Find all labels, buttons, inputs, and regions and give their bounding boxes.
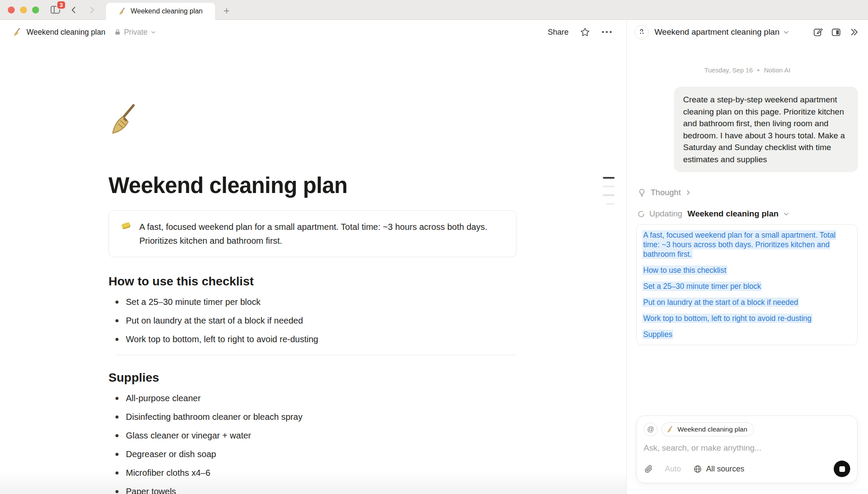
chevron-right-icon (88, 6, 96, 14)
breadcrumb-title: Weekend cleaning plan (26, 28, 105, 37)
lock-icon (114, 29, 121, 36)
all-sources-label: All sources (706, 465, 744, 474)
breadcrumb[interactable]: Weekend cleaning plan (13, 28, 105, 37)
privacy-label: Private (124, 28, 148, 37)
document: Weekend cleaning plan A fast, focused we… (0, 103, 626, 494)
dot-separator: • (757, 66, 760, 74)
thought-label: Thought (651, 188, 681, 197)
paperclip-icon[interactable] (644, 464, 654, 474)
conversation-date: Tuesday, Sep 16 (704, 66, 753, 74)
broom-icon (667, 426, 674, 433)
auto-mode-button[interactable]: Auto (665, 465, 681, 474)
user-message-bubble: Create a step-by-step weekend apartment … (674, 87, 858, 172)
list-item[interactable]: Paper towels (108, 482, 516, 494)
list-item[interactable]: Disinfecting bathroom cleaner or bleach … (108, 408, 516, 426)
favorite-star-icon[interactable] (580, 27, 590, 37)
list-item[interactable]: Put on laundry at the start of a block i… (108, 311, 516, 330)
zoom-window-button[interactable] (32, 7, 39, 13)
divider-block (116, 355, 516, 355)
updating-status-row[interactable]: Updating Weekend cleaning plan (638, 209, 868, 219)
open-panel-right-icon[interactable] (831, 27, 842, 38)
section-heading-supplies[interactable]: Supplies (108, 371, 516, 385)
list-item[interactable]: Set a 25–30 minute timer per block (108, 293, 516, 311)
all-sources-button[interactable]: All sources (693, 465, 744, 474)
ai-prompt-input[interactable] (644, 443, 843, 453)
broom-icon (13, 28, 22, 37)
updating-target-page: Weekend cleaning plan (687, 209, 779, 219)
new-chat-compose-icon[interactable] (812, 27, 823, 38)
notion-ai-face-icon (635, 25, 649, 39)
more-options-button[interactable]: ••• (602, 28, 613, 36)
list-item[interactable]: Glass cleaner or vinegar + water (108, 426, 516, 445)
chevron-left-icon (69, 6, 78, 14)
ai-composer: @ Weekend cleaning plan Auto All sources (636, 415, 858, 483)
section-heading-how-to-use[interactable]: How to use this checklist (108, 275, 516, 288)
list-item[interactable]: Work top to bottom, left to right to avo… (108, 330, 516, 349)
globe-icon (693, 465, 702, 474)
notification-badge: 3 (56, 0, 66, 10)
diff-line: How to use this checklist (642, 265, 852, 275)
sponge-icon (120, 220, 132, 248)
nav-back-button[interactable] (68, 4, 80, 16)
page-context-chip[interactable]: Weekend cleaning plan (661, 422, 754, 436)
stop-generation-button[interactable] (834, 461, 850, 477)
page-header: Weekend cleaning plan Private Share ••• (0, 20, 626, 44)
conversation-meta: Tuesday, Sep 16 • Notion AI (627, 66, 868, 74)
agent-name: Notion AI (764, 66, 790, 74)
spinner-icon (638, 210, 645, 218)
context-chip-label: Weekend cleaning plan (677, 425, 747, 433)
traffic-lights (8, 7, 39, 13)
page-title[interactable]: Weekend cleaning plan (108, 173, 516, 198)
mention-button[interactable]: @ (644, 422, 658, 436)
ai-edit-preview-card: A fast, focused weekend plan for a small… (636, 224, 858, 345)
diff-line: Work top to bottom, left to right to avo… (642, 314, 852, 323)
privacy-button[interactable]: Private (114, 28, 156, 37)
chevron-down-icon (783, 211, 789, 217)
nav-forward-button[interactable] (86, 4, 98, 16)
callout-block[interactable]: A fast, focused weekend plan for a small… (108, 210, 516, 257)
ai-header-actions (812, 27, 859, 38)
close-window-button[interactable] (8, 7, 15, 13)
updating-label: Updating (649, 209, 682, 219)
notion-ai-panel: Weekend apartment cleaning plan Tuesday,… (626, 20, 868, 494)
ai-thread-title[interactable]: Weekend apartment cleaning plan (654, 27, 779, 37)
thought-toggle[interactable]: Thought (638, 188, 868, 197)
minimize-window-button[interactable] (20, 7, 27, 13)
chevron-down-icon[interactable] (783, 29, 789, 36)
chevron-down-icon (151, 29, 156, 35)
broom-icon (118, 7, 127, 16)
diff-line: Supplies (642, 330, 852, 339)
ai-writing-indicator (602, 177, 615, 212)
tab-title: Weekend cleaning plan (131, 7, 203, 15)
page-icon-broom[interactable] (108, 103, 143, 138)
page-header-actions: Share ••• (548, 27, 613, 37)
list-item[interactable]: Microfiber cloths x4–6 (108, 464, 516, 482)
window-tab-bar: 3 Weekend cleaning plan + (0, 0, 868, 20)
bulleted-list: All-purpose cleaner Disinfecting bathroo… (108, 389, 516, 494)
chevron-right-icon (685, 190, 691, 196)
composer-context-row: @ Weekend cleaning plan (644, 422, 850, 436)
toggle-sidebar-button[interactable]: 3 (49, 3, 62, 16)
collapse-double-chevron-icon[interactable] (849, 27, 859, 37)
tab-weekend-cleaning-plan[interactable]: Weekend cleaning plan (106, 3, 215, 20)
diff-line: Set a 25–30 minute timer per block (642, 281, 852, 291)
diff-line: Put on laundry at the start of a block i… (642, 298, 852, 307)
ai-panel-header: Weekend apartment cleaning plan (627, 20, 868, 44)
list-item[interactable]: Degreaser or dish soap (108, 445, 516, 464)
list-item[interactable]: All-purpose cleaner (108, 389, 516, 408)
composer-toolbar: Auto All sources (644, 461, 850, 477)
share-button[interactable]: Share (548, 28, 569, 37)
new-tab-button[interactable]: + (220, 4, 233, 18)
bulleted-list: Set a 25–30 minute timer per block Put o… (108, 293, 516, 349)
diff-line: A fast, focused weekend plan for a small… (642, 230, 852, 259)
stop-icon (839, 466, 845, 472)
callout-text: A fast, focused weekend plan for a small… (139, 220, 505, 248)
lightbulb-icon (638, 188, 646, 197)
main-content-area: Weekend cleaning plan Private Share ••• … (0, 20, 626, 494)
